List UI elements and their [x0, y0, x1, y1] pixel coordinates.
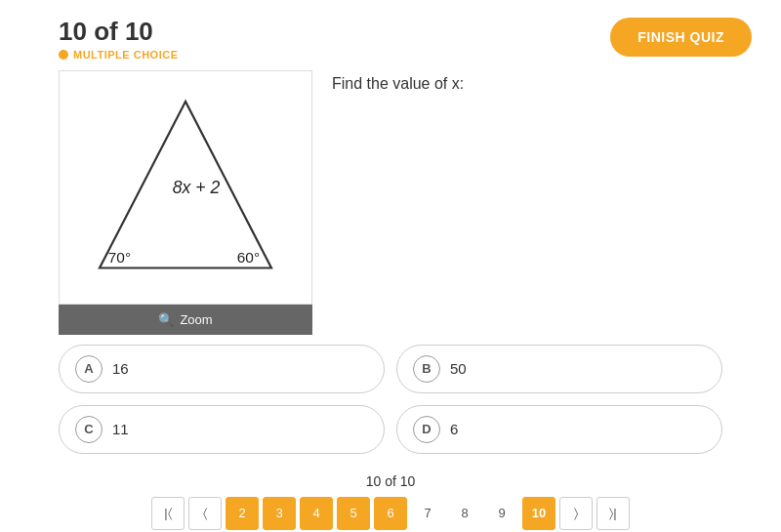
- answer-option-b[interactable]: B 50: [396, 345, 722, 393]
- header: 10 of 10 MULTIPLE CHOICE FINISH QUIZ: [0, 0, 781, 70]
- question-counter: 10 of 10 MULTIPLE CHOICE: [59, 18, 179, 61]
- page-3-button[interactable]: 3: [263, 497, 296, 530]
- finish-quiz-button[interactable]: FINISH QUIZ: [610, 18, 752, 57]
- page-8-button[interactable]: 8: [448, 497, 481, 530]
- page-4-button[interactable]: 4: [300, 497, 333, 530]
- page-7-button[interactable]: 7: [411, 497, 444, 530]
- answer-letter-d: D: [413, 416, 440, 443]
- badge-text: MULTIPLE CHOICE: [73, 49, 179, 61]
- answer-text-c: 11: [112, 421, 129, 437]
- right-panel: Find the value of x:: [332, 70, 752, 335]
- zoom-label: Zoom: [180, 312, 212, 327]
- pagination-nav: |〈 〈 2 3 4 5 6 7 8 9 10 〉 〉|: [151, 497, 630, 530]
- question-text: Find the value of x:: [332, 75, 752, 93]
- badge-dot: [59, 50, 68, 60]
- counter-number: 10 of 10: [59, 18, 179, 46]
- triangle-label-top: 8x + 2: [173, 177, 221, 196]
- answer-letter-c: C: [75, 416, 103, 443]
- answer-text-b: 50: [450, 360, 467, 377]
- triangle-svg: 8x + 2 70° 60°: [78, 80, 293, 295]
- page-2-button[interactable]: 2: [226, 497, 259, 530]
- pagination-label: 10 of 10: [366, 473, 416, 489]
- page-first-button[interactable]: |〈: [151, 497, 185, 530]
- badge: MULTIPLE CHOICE: [59, 49, 179, 61]
- triangle-image: 8x + 2 70° 60°: [59, 70, 312, 305]
- triangle-label-bottom-right: 60°: [237, 249, 260, 266]
- zoom-icon: 🔍: [158, 312, 174, 327]
- page-10-button[interactable]: 10: [522, 497, 555, 530]
- page-9-button[interactable]: 9: [485, 497, 518, 530]
- answer-option-a[interactable]: A 16: [59, 345, 385, 393]
- zoom-button[interactable]: 🔍 Zoom: [59, 305, 312, 335]
- left-panel: 8x + 2 70° 60° 🔍 Zoom: [59, 70, 312, 335]
- answer-text-d: 6: [450, 421, 458, 437]
- page-next-button[interactable]: 〉: [559, 497, 593, 530]
- answer-letter-a: A: [75, 355, 103, 383]
- content-area: 8x + 2 70° 60° 🔍 Zoom Find the value of …: [0, 70, 781, 335]
- answer-letter-b: B: [413, 355, 440, 383]
- page-last-button[interactable]: 〉|: [596, 497, 630, 530]
- answer-option-d[interactable]: D 6: [396, 405, 722, 454]
- answer-text-a: 16: [112, 360, 129, 377]
- answers-grid: A 16 B 50 C 11 D 6: [0, 345, 781, 454]
- triangle-label-bottom-left: 70°: [108, 249, 131, 266]
- page-6-button[interactable]: 6: [374, 497, 407, 530]
- page-5-button[interactable]: 5: [337, 497, 370, 530]
- pagination-area: 10 of 10 |〈 〈 2 3 4 5 6 7 8 9 10 〉 〉|: [0, 473, 781, 530]
- page-prev-button[interactable]: 〈: [188, 497, 222, 530]
- answer-option-c[interactable]: C 11: [59, 405, 385, 454]
